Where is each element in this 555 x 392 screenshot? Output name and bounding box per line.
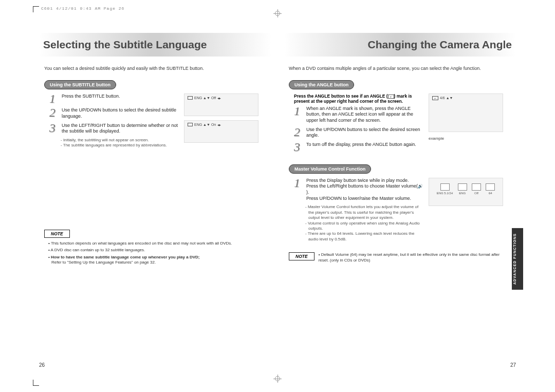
bottom-note-text: • Default Volume (64) may be reset anyti…: [319, 252, 511, 263]
subtitle-button-heading: Using the SUBTITLE button: [44, 80, 116, 89]
subtitle-sub-notes: Initially, the subtitling will not appea…: [61, 138, 179, 148]
angle-step-2: 2 Use the UP/DOWN buttons to select the …: [294, 127, 423, 139]
step-2: 2 Use the UP/DOWN buttons to select the …: [49, 107, 179, 119]
section-tab: ADVANCED FUNCTIONS: [512, 228, 523, 290]
crop-mark-tl: [33, 6, 39, 12]
example-label: example: [429, 136, 506, 141]
step-3: 3 Use the LEFT/RIGHT button to determine…: [49, 123, 179, 135]
angle-steps-column: Press the ANGLE button to see if an ANGL…: [294, 94, 423, 156]
angle-button-heading: Using the ANGLE button: [289, 80, 354, 89]
angle-step-1: 1 When an ANGLE mark is shown, press the…: [294, 106, 423, 124]
subnote-1: Initially, the subtitling will not appea…: [61, 138, 179, 143]
page-27: Changing the Camera Angle When a DVD con…: [278, 33, 522, 372]
mv-sub-notes: Master Volume Control function lets you …: [305, 204, 423, 242]
osd-screenshots: ENG ▲▼ Off ENG ▲▼ On: [184, 94, 261, 148]
page-26: Selecting the Subtitle Language You can …: [33, 33, 278, 372]
title-banner-left: Selecting the Subtitle Language: [39, 33, 271, 57]
note-label-left: NOTE: [44, 230, 70, 238]
intro-left: You can select a desired subtitle quickl…: [44, 66, 266, 72]
angle-mark-icon: ⌐: [388, 95, 394, 99]
vol-ch-icon: ENG 5.1CH: [437, 183, 453, 195]
step-number-1: 1: [49, 94, 59, 105]
step-1: 1 Press the SUBTITLE button.: [49, 94, 179, 105]
mv-1d: Press UP/DOWN to lower/raise the Master …: [306, 196, 411, 201]
step-2-text: Use the UP/DOWN buttons to select the de…: [62, 107, 179, 119]
crop-mark-bl: [33, 380, 39, 386]
angle-osd-col: ⌐ 4/6 ▲▼ example: [429, 94, 506, 156]
vol-lbl-4: 64: [489, 192, 492, 195]
angle-step-2-text: Use the UP/DOWN buttons to select the de…: [306, 127, 423, 139]
subtitle-icon: [188, 123, 193, 126]
mv-osd-col: ENG 5.1CH ENG Off 64: [429, 178, 506, 242]
bottom-note-inner: Default Volume (64) may be reset anytime…: [319, 252, 500, 262]
mv-step-1: 1 Press the Display button twice while i…: [294, 178, 423, 202]
angle-step-3: 3 To turn off the display, press the ANG…: [294, 142, 423, 153]
page-number-26: 26: [39, 362, 45, 368]
osd-on-text: ENG ▲▼ On: [194, 123, 216, 126]
vol-lbl-2: ENG: [459, 192, 466, 195]
step-1-text: Press the SUBTITLE button.: [62, 94, 120, 105]
note-label-right: NOTE: [289, 252, 314, 260]
bottom-note-row: NOTE • Default Volume (64) may be reset …: [284, 252, 516, 263]
angle-press-a: Press the ANGLE button to see if an ANGL…: [294, 94, 388, 99]
angle-osd-box: ⌐ 4/6 ▲▼: [429, 94, 503, 132]
osd-off-box: ENG ▲▼ Off: [184, 94, 258, 116]
mv-1a: Press the Display button twice while in …: [306, 178, 409, 183]
mv-1c: ).: [306, 190, 309, 195]
volume-icon: 🔊: [418, 184, 423, 189]
page-title-left: Selecting the Subtitle Language: [43, 39, 207, 51]
note-l1: This function depends on what languages …: [48, 241, 266, 246]
mv-note-3: There are up to 64 levels. Lowering each…: [305, 231, 423, 242]
step-number-1: 1: [294, 106, 303, 124]
note-l3-bold: How to have the same subtitle language c…: [51, 255, 199, 259]
angle-press-instruction: Press the ANGLE button to see if an ANGL…: [294, 94, 423, 104]
page-title-right: Changing the Camera Angle: [368, 39, 512, 51]
steps-column-left: 1 Press the SUBTITLE button. 2 Use the U…: [49, 94, 179, 148]
step-number-3: 3: [294, 142, 303, 153]
mv-1b: Press the Left/Right buttons to choose M…: [306, 183, 418, 189]
mv-step-1-text: Press the Display button twice while in …: [306, 178, 423, 202]
mv-note-1: Master Volume Control function lets you …: [305, 204, 423, 220]
mv-note-2: Volume control is only operative when us…: [305, 221, 423, 232]
crop-mark-top-center: [273, 9, 282, 17]
step-3-text: Use the LEFT/RIGHT button to determine w…: [62, 123, 179, 135]
step-number-3: 3: [49, 123, 59, 135]
vol-lbl-3: Off: [474, 192, 478, 195]
note-list-left: This function depends on what languages …: [39, 241, 271, 266]
print-header: C601 4/12/01 9:43 AM Page 26: [41, 6, 124, 11]
note-l2: A DVD disc can contain up to 32 subtitle…: [48, 248, 266, 253]
mv-steps-column: 1 Press the Display button twice while i…: [294, 178, 423, 242]
angle-step-1-text: When an ANGLE mark is shown, press the A…: [306, 106, 423, 124]
osd-off-text: ENG ▲▼ Off: [194, 96, 216, 100]
osd-on-box: ENG ▲▼ On: [184, 120, 258, 143]
volume-osd-box: ENG 5.1CH ENG Off 64: [429, 178, 503, 206]
subtitle-icon: [188, 96, 193, 100]
vol-off-icon: Off: [472, 183, 481, 195]
vol-lbl-1: ENG 5.1CH: [437, 192, 453, 195]
note-l3-rest: Refer to "Setting Up the Language Featur…: [51, 260, 156, 265]
lr-arrows-icon: [217, 123, 220, 126]
subnote-2: The subtitle languages are represented b…: [61, 143, 179, 148]
lr-arrows-icon: [217, 96, 220, 100]
angle-osd-text: 4/6 ▲▼: [440, 96, 453, 100]
vol-level-icon: 64: [486, 183, 495, 195]
note-l3: How to have the same subtitle language c…: [48, 255, 266, 266]
title-banner-right: Changing the Camera Angle: [284, 33, 516, 57]
page-number-27: 27: [510, 362, 516, 368]
vol-lang-icon: ENG: [458, 183, 467, 195]
step-number-1: 1: [294, 178, 303, 202]
step-number-2: 2: [49, 107, 59, 119]
step-number-2: 2: [294, 127, 303, 139]
master-volume-heading: Master Volume Control Function: [289, 164, 371, 174]
angle-step-3-text: To turn off the display, press the ANGLE…: [306, 142, 416, 153]
intro-right: When a DVD contains multiple angles of a…: [289, 66, 511, 72]
page-spread: Selecting the Subtitle Language You can …: [33, 33, 522, 372]
crop-mark-bottom-center: [273, 375, 282, 383]
angle-mark-icon: ⌐: [432, 96, 438, 100]
